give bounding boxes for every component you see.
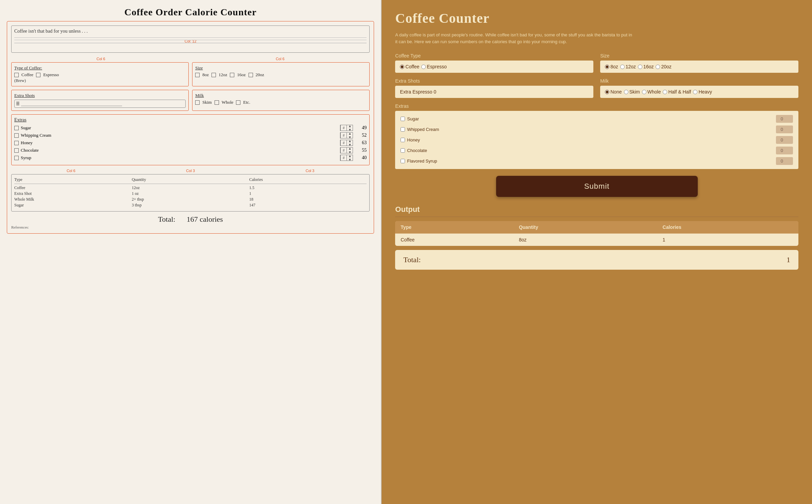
output-total-label: Total:: [403, 255, 421, 264]
chocolate-extra-text: Chocolate: [407, 148, 427, 153]
sugar-extra-label[interactable]: Sugar: [401, 116, 776, 121]
extra-shots-sketch-label: Extra Shots: [14, 93, 186, 98]
right-panel: Coffee Counter A daily coffee is part of…: [382, 0, 812, 504]
size-box: Size 8oz 12oz 16oz 20oz: [192, 62, 370, 86]
16oz-checkbox: [230, 73, 234, 77]
sugar-stepper: #▲▼: [340, 125, 353, 131]
honey-extra-label[interactable]: Honey: [401, 137, 776, 142]
sketch-extras-box: Extras Sugar #▲▼ 49 Whipping Cream #▲▼: [11, 114, 370, 165]
sketch-total-label: Total:: [158, 215, 175, 223]
sketch-total: Total: 167 calories: [11, 215, 370, 224]
size-radio-group[interactable]: 8oz 12oz 16oz 20oz: [605, 64, 794, 69]
whole-checkbox: [215, 100, 219, 105]
heavy-milk-radio[interactable]: [693, 90, 697, 94]
extra-honey-name: Honey: [14, 140, 340, 146]
espresso-radio[interactable]: [421, 65, 426, 69]
whole-milk-label[interactable]: Whole: [642, 89, 661, 95]
sketch-description-text: Coffee isn't that bad for you unless . .…: [14, 29, 88, 34]
shots-milk-section: Extra Shots Milk None Skim: [395, 78, 798, 98]
submit-button[interactable]: Submit: [496, 176, 698, 197]
sketch-output-box: Type Quantity Calories Coffee 12oz 1.5 E…: [11, 174, 370, 212]
sketch-outer-box: Col: 12 Coffee isn't that bad for you un…: [7, 21, 374, 234]
skim-milk-label[interactable]: Skim: [624, 89, 640, 95]
sketch-output-row-shot: Extra Shot 1 oz 1: [14, 191, 367, 196]
milk-box: Milk Skim Whole Etc.: [192, 90, 370, 111]
coffee-type-radio-group[interactable]: Coffee Espresso: [400, 64, 589, 69]
table-row: Coffee 8oz 1: [395, 234, 798, 246]
halfhalf-milk-text: Half & Half: [668, 89, 691, 95]
extra-choc-name: Chocolate: [14, 148, 340, 153]
sketch-title: Coffee Order Calorie Counter: [7, 7, 374, 18]
whole-milk-radio[interactable]: [642, 90, 646, 94]
chocolate-extra-input[interactable]: [776, 147, 793, 154]
type-col-header: Type: [14, 177, 132, 182]
espresso-radio-label[interactable]: Espresso: [421, 64, 446, 69]
8oz-label: 8oz: [202, 72, 209, 78]
skim-milk-radio[interactable]: [624, 90, 628, 94]
flavored-syrup-extra-checkbox[interactable]: [401, 159, 405, 163]
coffee-type-group: Coffee Type Coffee Espresso: [395, 53, 593, 73]
coffee-type-box: Coffee Espresso: [395, 61, 593, 73]
output-total-box: Total: 1: [395, 250, 798, 270]
12oz-radio[interactable]: [620, 65, 625, 69]
syrup-chk: [14, 156, 19, 160]
8oz-radio-label[interactable]: 8oz: [605, 64, 618, 69]
chocolate-extra-label[interactable]: Chocolate: [401, 148, 776, 153]
sugar-extra-input[interactable]: [776, 115, 793, 123]
whipped-cream-extra-text: Whipped Cream: [407, 127, 439, 132]
sugar-chk: [14, 126, 19, 130]
none-milk-radio[interactable]: [605, 90, 609, 94]
chocolate-extra-checkbox[interactable]: [401, 148, 405, 153]
honey-stepper: #▲▼: [340, 140, 353, 146]
output-calories-cell: 1: [657, 234, 798, 246]
none-milk-label[interactable]: None: [605, 89, 622, 95]
16oz-label: 16oz: [237, 72, 246, 78]
whipped-cream-extra-input[interactable]: [776, 125, 793, 133]
skim-milk-text: Skim: [629, 89, 640, 95]
output-quantity-cell: 8oz: [513, 234, 657, 246]
halfhalf-milk-label[interactable]: Half & Half: [663, 89, 691, 95]
quantity-col-header: Quantity: [132, 177, 249, 182]
whipped-cream-extra-checkbox[interactable]: [401, 127, 405, 132]
milk-sketch-label: Milk: [195, 93, 367, 98]
output-table-header-row: Type Quantity Calories: [395, 221, 798, 234]
extra-shots-input[interactable]: [400, 89, 589, 95]
whipped-cream-extra-label[interactable]: Whipped Cream: [401, 127, 776, 132]
milk-label-right: Milk: [600, 78, 798, 84]
coffee-size-section: Coffee Type Coffee Espresso Size: [395, 53, 798, 73]
20oz-radio-label[interactable]: 20oz: [656, 64, 671, 69]
type-checkbox-row: Coffee Espresso: [14, 72, 186, 78]
col6-left-label: Col 6: [97, 57, 105, 61]
honey-extra-input[interactable]: [776, 136, 793, 144]
type-size-row: Type of Coffee: Coffee Espresso (Brew) S…: [11, 62, 370, 86]
extra-shots-input-sketch: ☰: [14, 100, 186, 108]
12oz-radio-label[interactable]: 12oz: [620, 64, 636, 69]
8oz-text: 8oz: [610, 64, 618, 69]
16oz-radio[interactable]: [638, 65, 642, 69]
extra-item-chocolate: Chocolate: [401, 147, 793, 154]
flavored-syrup-extra-input[interactable]: [776, 157, 793, 165]
sugar-extra-checkbox[interactable]: [401, 117, 405, 121]
col3-2-label: Col 3: [306, 169, 315, 173]
honey-calories: 63: [356, 140, 367, 146]
12oz-label: 12oz: [219, 72, 227, 78]
halfhalf-milk-radio[interactable]: [663, 90, 667, 94]
size-box-right: 8oz 12oz 16oz 20oz: [600, 61, 798, 73]
8oz-radio[interactable]: [605, 65, 609, 69]
cream-calories: 52: [356, 133, 367, 138]
output-type-cell: Coffee: [395, 234, 513, 246]
cream-chk: [14, 133, 19, 138]
flavored-syrup-extra-label[interactable]: Flavored Syrup: [401, 158, 776, 164]
20oz-checkbox: [249, 73, 253, 77]
sketch-panel: Coffee Order Calorie Counter Col: 12 Cof…: [0, 0, 382, 504]
16oz-radio-label[interactable]: 16oz: [638, 64, 654, 69]
sketch-output-row-milk: Whole Milk 2+ tbsp 18: [14, 197, 367, 202]
sugar-extra-text: Sugar: [407, 116, 419, 121]
coffee-radio[interactable]: [400, 65, 404, 69]
20oz-radio[interactable]: [656, 65, 660, 69]
heavy-milk-label[interactable]: Heavy: [693, 89, 712, 95]
coffee-radio-label[interactable]: Coffee: [400, 64, 419, 69]
honey-extra-checkbox[interactable]: [401, 138, 405, 142]
milk-radio-group[interactable]: None Skim Whole Half & Half: [605, 89, 794, 95]
output-section: Output Type Quantity Calories Coffee 8oz…: [395, 205, 798, 270]
